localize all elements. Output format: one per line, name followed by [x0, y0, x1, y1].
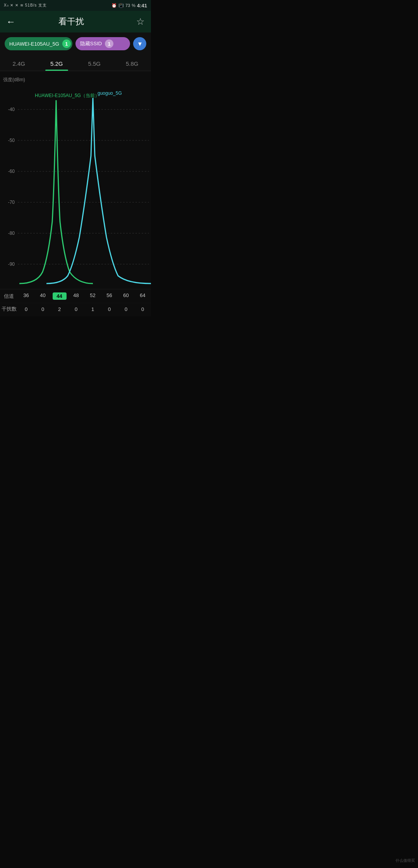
chevron-down-icon: ▾	[138, 39, 142, 48]
channel-row: 信道 36 40 44 48 52 56 60 64	[0, 289, 151, 303]
network1-chart-label: HUAWEI-E105AU_5G（当前）	[35, 93, 99, 98]
tab-5-5g[interactable]: 5.5G	[75, 55, 113, 71]
channel-52: 52	[86, 292, 100, 300]
channel-36: 36	[19, 292, 33, 300]
channel-40: 40	[36, 292, 50, 300]
channel-56: 56	[103, 292, 116, 300]
chart-svg-area: -40 -50 -60 -70 -80 -90 HUAWEI-E105AU_5G…	[0, 86, 151, 289]
interference-44: 2	[53, 306, 67, 312]
interference-40: 0	[36, 306, 50, 312]
interference-row-label: 干扰数	[0, 306, 18, 313]
status-right-icons: ⏰ 📳 73 % 4:41	[111, 3, 147, 9]
status-bar: X₀ ✕ ✕ ≋ 51B/s 支支 ⏰ 📳 73 % 4:41	[0, 0, 151, 11]
tab-5-8g[interactable]: 5.8G	[113, 55, 151, 71]
svg-text:-40: -40	[8, 107, 15, 112]
app-header: ← 看干扰 ☆	[0, 11, 151, 32]
dropdown-button[interactable]: ▾	[133, 37, 146, 50]
network2-chip[interactable]: 隐藏SSID 1	[75, 37, 130, 50]
svg-text:-90: -90	[8, 261, 15, 267]
alarm-icon: ⏰	[111, 3, 117, 8]
network2-badge: 1	[105, 39, 113, 48]
channel-48: 48	[69, 292, 83, 300]
interference-36: 0	[19, 306, 33, 312]
svg-text:-50: -50	[8, 138, 15, 143]
svg-text:-80: -80	[8, 231, 15, 236]
channel-row-label: 信道	[0, 293, 18, 300]
interference-cells: 0 0 2 0 1 0 0 0	[18, 306, 151, 312]
channel-60: 60	[119, 292, 133, 300]
network1-chip[interactable]: HUAWEI-E105AU_5G 1	[5, 37, 72, 50]
interference-52: 1	[86, 306, 100, 312]
time-display: 4:41	[137, 3, 147, 9]
channel-44: 44	[53, 292, 67, 300]
interference-56: 0	[103, 306, 116, 312]
chart-container: 强度(dBm) -40 -50 -60 -70 -80 -90	[0, 71, 151, 289]
network1-badge: 1	[62, 39, 71, 48]
favorite-button[interactable]: ☆	[136, 16, 145, 27]
network1-label: HUAWEI-E105AU_5G	[9, 41, 59, 47]
battery-percent: %	[132, 3, 135, 8]
frequency-tabs: 2.4G 5.2G 5.5G 5.8G	[0, 55, 151, 71]
interference-60: 0	[119, 306, 133, 312]
page-title: 看干扰	[6, 16, 136, 27]
battery-text: 73	[125, 3, 130, 8]
network2-label: 隐藏SSID	[80, 40, 102, 47]
network2-curve	[46, 98, 151, 284]
channel-64: 64	[136, 292, 150, 300]
y-axis-label: 强度(dBm)	[0, 75, 151, 86]
interference-48: 0	[69, 306, 83, 312]
vibrate-icon: 📳	[118, 3, 124, 8]
svg-text:-60: -60	[8, 169, 15, 174]
status-left-icons: X₀ ✕ ✕ ≋ 51B/s 支支	[4, 3, 47, 8]
svg-text:-70: -70	[8, 200, 15, 205]
chips-area: HUAWEI-E105AU_5G 1 隐藏SSID 1 ▾	[0, 32, 151, 55]
signal-chart: -40 -50 -60 -70 -80 -90 HUAWEI-E105AU_5G…	[0, 86, 151, 287]
tab-5-2g[interactable]: 5.2G	[38, 55, 76, 71]
channel-cells: 36 40 44 48 52 56 60 64	[18, 292, 151, 300]
interference-64: 0	[136, 306, 150, 312]
network1-curve	[19, 100, 93, 284]
interference-row: 干扰数 0 0 2 0 1 0 0 0	[0, 303, 151, 316]
tab-2-4g[interactable]: 2.4G	[0, 55, 38, 71]
network2-chart-label: guoguo_5G	[98, 91, 122, 96]
signal-icons: X₀ ✕ ✕ ≋ 51B/s 支支	[4, 3, 47, 8]
